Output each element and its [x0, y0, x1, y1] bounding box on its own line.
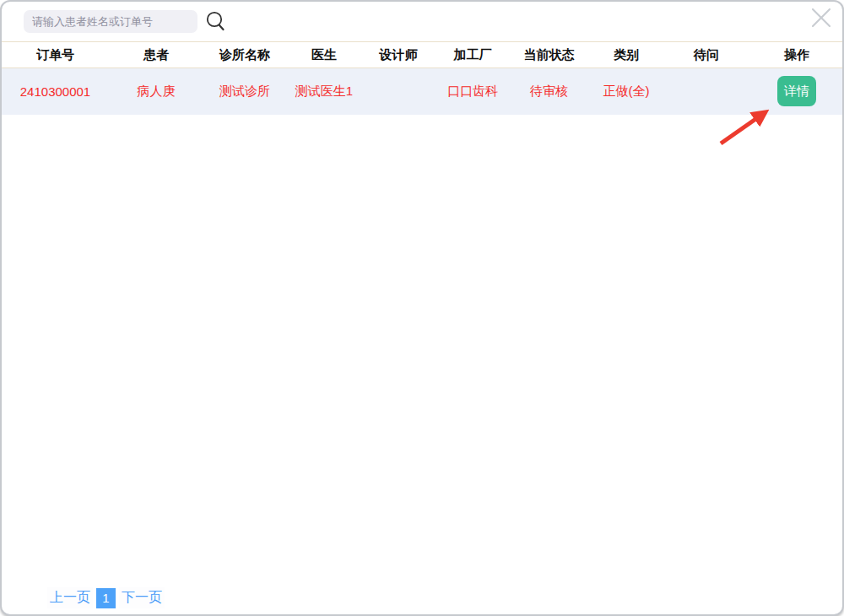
orders-table: 订单号 患者 诊所名称 医生 设计师 加工厂 当前状态 类别 待问 操作 241…	[2, 41, 844, 115]
table-row: 2410300001 病人庚 测试诊所 测试医生1 口口齿科 待审核 正做(全)…	[2, 68, 844, 115]
cell-pending	[665, 68, 748, 115]
prev-page-button[interactable]: 上一页	[47, 587, 93, 608]
col-header-doctor: 医生	[286, 42, 362, 68]
close-icon[interactable]	[809, 6, 833, 30]
col-header-status: 当前状态	[511, 42, 587, 68]
col-header-pending: 待问	[665, 42, 748, 68]
detail-button[interactable]: 详情	[777, 76, 816, 106]
col-header-category: 类别	[587, 42, 665, 68]
col-header-factory: 加工厂	[435, 42, 511, 68]
col-header-action: 操作	[748, 42, 844, 68]
col-header-order-no: 订单号	[2, 42, 109, 68]
cell-order-no: 2410300001	[2, 68, 109, 115]
search-bar	[2, 2, 842, 41]
pagination: 上一页 1 下一页	[47, 587, 165, 608]
cell-action: 详情	[748, 68, 844, 115]
col-header-designer: 设计师	[362, 42, 435, 68]
cell-clinic: 测试诊所	[203, 68, 286, 115]
next-page-button[interactable]: 下一页	[119, 587, 165, 608]
col-header-patient: 患者	[109, 42, 203, 68]
cell-designer	[362, 68, 435, 115]
current-page-indicator[interactable]: 1	[96, 588, 116, 608]
table-header-row: 订单号 患者 诊所名称 医生 设计师 加工厂 当前状态 类别 待问 操作	[2, 42, 844, 68]
search-input[interactable]	[24, 10, 197, 33]
cell-factory: 口口齿科	[435, 68, 511, 115]
search-icon[interactable]	[203, 9, 228, 35]
cell-category: 正做(全)	[587, 68, 665, 115]
cell-status: 待审核	[511, 68, 587, 115]
orders-dialog: 订单号 患者 诊所名称 医生 设计师 加工厂 当前状态 类别 待问 操作 241…	[0, 0, 844, 616]
cell-patient: 病人庚	[109, 68, 203, 115]
cell-doctor: 测试医生1	[286, 68, 362, 115]
col-header-clinic: 诊所名称	[203, 42, 286, 68]
